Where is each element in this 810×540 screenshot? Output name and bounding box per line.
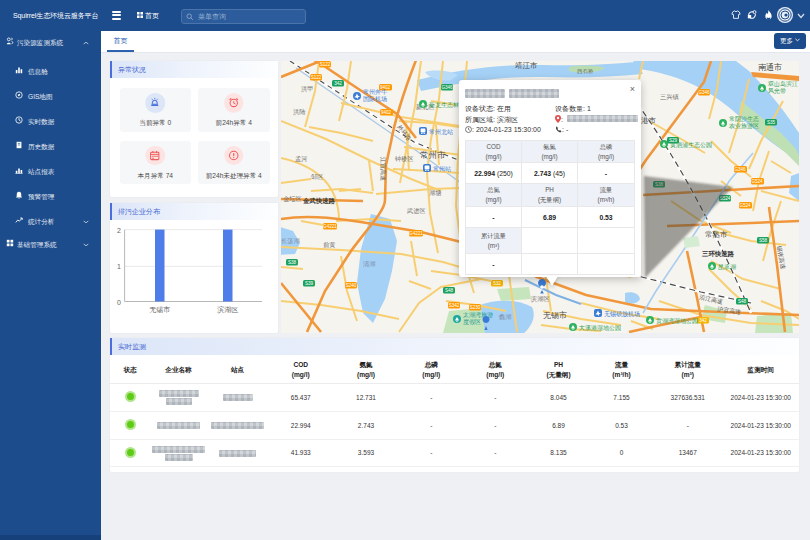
svg-text:孟河: 孟河 (295, 155, 307, 163)
svg-text:S38: S38 (288, 260, 297, 265)
svg-text:G524: G524 (751, 179, 763, 184)
svg-text:常州站: 常州站 (433, 166, 451, 173)
svg-text:昆承湖: 昆承湖 (718, 264, 736, 271)
svg-text:西石桥: 西石桥 (577, 68, 594, 75)
svg-text:新龙生态林: 新龙生态林 (429, 101, 460, 108)
svg-text:常阴沙生态: 常阴沙生态 (729, 115, 759, 123)
svg-text:江宜高速: 江宜高速 (380, 157, 387, 181)
svg-text:G346: G346 (441, 85, 453, 90)
svg-text:S342: S342 (449, 303, 460, 308)
svg-text:靖江市: 靖江市 (515, 61, 538, 70)
svg-text:湖塘: 湖塘 (429, 189, 442, 197)
svg-text:邹区: 邹区 (311, 173, 323, 180)
svg-text:前黄: 前黄 (323, 241, 335, 248)
svg-text:0: 0 (117, 298, 121, 305)
svg-text:金坛区: 金坛区 (283, 195, 302, 202)
svg-text:钟楼区: 钟楼区 (394, 155, 414, 162)
svg-text:三环快速路: 三环快速路 (702, 250, 735, 258)
svg-text:洪陆: 洪陆 (293, 108, 305, 116)
svg-text:洪甲: 洪甲 (301, 85, 313, 93)
svg-text:G346: G346 (698, 90, 710, 95)
svg-text:国际机场: 国际机场 (363, 95, 387, 103)
svg-text:常州市: 常州市 (420, 150, 446, 160)
svg-text:S58: S58 (759, 238, 768, 243)
svg-text:2: 2 (117, 226, 121, 233)
svg-text:度假区: 度假区 (463, 318, 481, 326)
svg-text:风光带: 风光带 (768, 88, 786, 95)
svg-text:S35: S35 (767, 120, 776, 125)
svg-text:双山岛滨江: 双山岛滨江 (768, 80, 798, 87)
svg-text:滨湖区: 滨湖区 (530, 295, 550, 303)
svg-text:S48: S48 (445, 288, 454, 293)
svg-text:南通市: 南通市 (758, 62, 782, 72)
svg-text:滨湖区: 滨湖区 (217, 305, 238, 314)
svg-text:G4221: G4221 (409, 231, 423, 236)
svg-text:G346: G346 (734, 167, 746, 172)
svg-text:G524: G524 (739, 203, 751, 208)
svg-text:S230: S230 (470, 305, 481, 310)
svg-text:金武快速路: 金武快速路 (302, 197, 336, 205)
svg-text:常熟市: 常熟市 (705, 230, 728, 239)
svg-text:S122: S122 (311, 75, 322, 80)
svg-text:9402: 9402 (381, 110, 392, 115)
svg-text:蠡湖: 蠡湖 (499, 313, 511, 320)
svg-text:长荡湖: 长荡湖 (281, 237, 300, 245)
svg-text:滆湖: 滆湖 (363, 260, 375, 268)
svg-text:342: 342 (699, 318, 707, 323)
svg-text:黄泗浦生态公园: 黄泗浦生态公园 (670, 141, 712, 149)
svg-text:三兴镇: 三兴镇 (660, 93, 679, 100)
svg-text:大溪港湿地公园: 大溪港湿地公园 (579, 324, 621, 332)
svg-text:无锡市: 无锡市 (543, 311, 567, 320)
svg-text:无锡市: 无锡市 (149, 305, 170, 314)
svg-text:342: 342 (334, 81, 342, 86)
svg-text:1: 1 (117, 263, 121, 270)
svg-text:常州北站: 常州北站 (429, 128, 453, 136)
svg-text:农业旅游区: 农业旅游区 (729, 122, 759, 130)
svg-text:G4221: G4221 (323, 224, 337, 229)
svg-text:武进区: 武进区 (406, 207, 426, 215)
svg-text:S39: S39 (305, 281, 314, 286)
svg-text:S48: S48 (738, 299, 747, 304)
svg-text:常州奔牛: 常州奔牛 (363, 89, 387, 95)
svg-text:贡湖湾湿地公园: 贡湖湾湿地公园 (656, 317, 698, 325)
svg-text:S122: S122 (320, 62, 331, 67)
svg-text:S240: S240 (346, 283, 357, 288)
svg-text:532: 532 (493, 281, 501, 286)
svg-text:无锡硕放机场: 无锡硕放机场 (604, 310, 640, 318)
